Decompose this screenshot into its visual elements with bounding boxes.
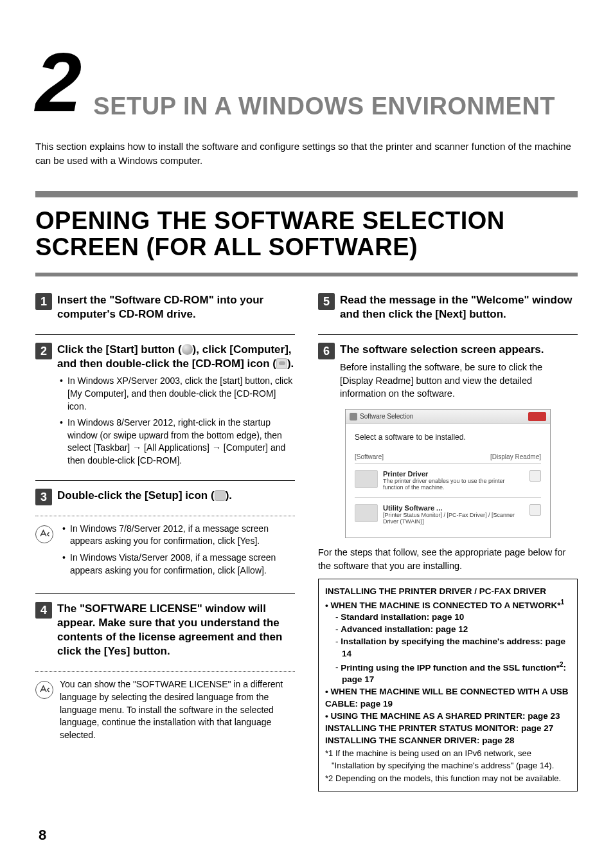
footnote-1: *1 If the machine is being used on an IP…: [325, 748, 571, 771]
screenshot-item-printer-driver: Printer Driver The printer driver enable…: [355, 470, 541, 491]
step-5: 5 Read the message in the "Welcome" wind…: [318, 293, 578, 325]
step-num-3: 3: [35, 489, 52, 505]
screenshot-hr: [355, 463, 541, 464]
col-display-readme: [Display Readme]: [490, 453, 541, 460]
step-4-title: The "SOFTWARE LICENSE" window will appea…: [57, 602, 295, 658]
item2-title: Utility Software ...: [383, 504, 524, 512]
right-column: 5 Read the message in the "Welcome" wind…: [318, 293, 578, 791]
item1-title: Printer Driver: [383, 470, 524, 478]
step-num-6: 6: [318, 343, 335, 359]
step-4-note: You can show the "SOFTWARE LICENSE" in a…: [35, 678, 295, 741]
step-3-note: In Windows 7/8/Server 2012, if a message…: [35, 523, 295, 581]
reference-box: INSTALLING THE PRINTER DRIVER / PC-FAX D…: [318, 579, 578, 791]
step-1-title: Insert the "Software CD-ROM" into your c…: [57, 293, 295, 321]
step-3: 3 Double-click the [Setup] icon ().: [35, 489, 295, 507]
divider: [35, 593, 295, 594]
note-icon: [35, 681, 53, 699]
readme-icon: [529, 504, 541, 516]
start-button-icon: [182, 344, 193, 355]
dotted-divider: [35, 516, 295, 516]
screenshot-titlebar: Software Selection: [346, 410, 550, 424]
step-2-bullet-2: In Windows 8/Server 2012, right-click in…: [60, 417, 295, 467]
content-columns: 1 Insert the "Software CD-ROM" into your…: [35, 293, 578, 791]
section-bar-bottom: [35, 273, 578, 276]
step-num-1: 1: [35, 293, 52, 310]
step-6-title: The software selection screen appears.: [340, 343, 578, 357]
left-column: 1 Insert the "Software CD-ROM" into your…: [35, 293, 295, 791]
item1-desc: The printer driver enables you to use th…: [383, 478, 524, 491]
after-screenshot-text: For the steps that follow, see the appro…: [318, 546, 578, 572]
step-num-5: 5: [318, 293, 335, 310]
step-2-title-pre: Click the [Start] button (: [57, 343, 182, 356]
refbox-h1: INSTALLING THE PRINTER DRIVER / PC-FAX D…: [325, 586, 571, 598]
thumb-icon: [355, 470, 378, 488]
screenshot-headline: Select a software to be installed.: [355, 433, 541, 442]
chapter-title: SETUP IN A WINDOWS ENVIRONMENT: [93, 93, 555, 120]
refbox-b3: • USING THE MACHINE AS A SHARED PRINTER:…: [325, 710, 571, 723]
step-3-note-1: In Windows 7/8/Server 2012, if a message…: [62, 523, 295, 548]
section-bar-top: [35, 191, 578, 197]
chapter-header: 2 SETUP IN A WINDOWS ENVIRONMENT: [35, 45, 578, 120]
step-2-bullet-1: In Windows XP/Server 2003, click the [st…: [60, 375, 295, 413]
note-icon: [35, 525, 53, 543]
step-3-note-2: In Windows Vista/Server 2008, if a messa…: [62, 552, 295, 577]
sup1: 1: [560, 599, 564, 606]
window-title: Software Selection: [360, 413, 413, 420]
page-number: 8: [39, 827, 46, 844]
software-selection-screenshot: Software Selection Select a software to …: [345, 409, 551, 538]
screenshot-item-utility: Utility Software ... [Printer Status Mon…: [355, 504, 541, 525]
refbox-h3: INSTALLING THE SCANNER DRIVER: page 28: [325, 735, 571, 747]
refbox-i1: Standard installation: page 10: [332, 611, 571, 624]
step-2-bullets: In Windows XP/Server 2003, click the [st…: [57, 375, 295, 467]
refbox-h2: INSTALLING THE PRINTER STATUS MONITOR: p…: [325, 723, 571, 735]
item2-desc: [Printer Status Monitor] / [PC-Fax Drive…: [383, 512, 524, 525]
step-5-title: Read the message in the "Welcome" window…: [340, 293, 578, 321]
step-2-title: Click the [Start] button (), click [Comp…: [57, 343, 295, 371]
step-2-title-post: ).: [287, 357, 294, 370]
readme-icon: [529, 470, 541, 482]
col-software: [Software]: [355, 453, 400, 460]
setup-icon: [215, 490, 226, 501]
divider: [318, 334, 578, 335]
screenshot-hr: [355, 497, 541, 498]
step-4: 4 The "SOFTWARE LICENSE" window will app…: [35, 602, 295, 662]
step-num-2: 2: [35, 343, 52, 359]
refbox-b2: • WHEN THE MACHINE WILL BE CONNECTED WIT…: [325, 686, 571, 710]
cd-rom-icon: [276, 358, 287, 369]
refbox-i4: Printing using the IPP function and the …: [332, 660, 571, 686]
step-3-title-pre: Double-click the [Setup] icon (: [57, 489, 215, 502]
close-icon: [528, 412, 546, 421]
footnote-2: *2 Depending on the models, this functio…: [325, 773, 571, 784]
divider: [35, 480, 295, 481]
window-icon: [350, 413, 357, 420]
divider: [35, 334, 295, 335]
step-6: 6 The software selection screen appears.…: [318, 343, 578, 400]
refbox-b1: • WHEN THE MACHINE IS CONNECTED TO A NET…: [325, 598, 571, 611]
refbox-i3: Installation by specifying the machine's…: [332, 636, 571, 660]
dotted-divider: [35, 671, 295, 672]
step-num-4: 4: [35, 602, 52, 619]
section-title: OPENING THE SOFTWARE SELECTION SCREEN (F…: [35, 208, 578, 262]
step-6-desc: Before installing the software, be sure …: [340, 361, 578, 400]
step-1: 1 Insert the "Software CD-ROM" into your…: [35, 293, 295, 325]
step-4-note-text: You can show the "SOFTWARE LICENSE" in a…: [60, 678, 295, 741]
thumb-icon: [355, 504, 378, 522]
step-3-title: Double-click the [Setup] icon ().: [57, 489, 295, 503]
chapter-number: 2: [35, 45, 82, 120]
intro-paragraph: This section explains how to install the…: [35, 140, 578, 168]
step-2: 2 Click the [Start] button (), click [Co…: [35, 343, 295, 471]
step-3-title-post: ).: [226, 489, 232, 502]
refbox-i2: Advanced installation: page 12: [332, 624, 571, 636]
